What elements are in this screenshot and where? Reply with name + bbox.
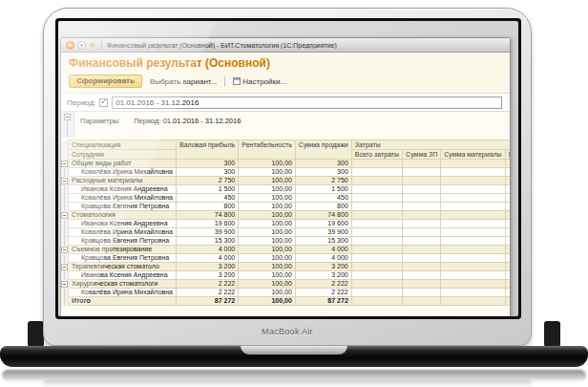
row-tree-cell[interactable] [61, 194, 69, 203]
row-tree-cell[interactable] [61, 185, 69, 194]
row-profitability-cell: 100,00 [239, 263, 296, 271]
settings-label: Настройки... [242, 77, 286, 86]
row-tree-cell[interactable] [61, 237, 69, 246]
row-tree-cell[interactable] [61, 280, 69, 289]
row-sales-sum-cell: 1 500 [295, 185, 351, 194]
table-row[interactable]: Иванова Ксения Андреевна 19 600 100,00 1… [61, 220, 510, 228]
laptop-mockup: ▾ ★ Финансовый результат (Основной) - БИ… [0, 0, 588, 387]
row-tree-cell[interactable] [61, 211, 69, 220]
row-tree-cell[interactable] [61, 177, 69, 185]
period-input[interactable] [112, 97, 502, 109]
row-profitability-cell: 100,00 [239, 211, 296, 220]
col-other-costs: Прочие затраты [505, 150, 510, 160]
settings-button[interactable]: Настройки... [231, 76, 288, 87]
row-profitability-cell: 100,00 [239, 228, 296, 237]
row-tree-cell[interactable] [61, 228, 69, 237]
table-row[interactable]: Кравцова Евгения Петровна 800 100,00 800 [61, 203, 510, 211]
period-checkbox[interactable] [99, 98, 108, 107]
favorites-star-icon[interactable]: ★ [89, 41, 96, 50]
table-row[interactable]: Ковалёва Ирина Михайловна 450 100,00 450 [61, 194, 510, 203]
row-salary-sum-cell [403, 280, 441, 289]
row-gross-profit-cell: 15 300 [177, 237, 239, 246]
table-row[interactable]: Иванова Ксения Андреевна 1 500 100,00 1 … [61, 185, 510, 194]
col-employee: Сотрудник [69, 150, 177, 160]
row-materials-sum-cell [441, 160, 505, 168]
row-tree-cell[interactable] [61, 289, 69, 297]
row-tree-cell[interactable] [61, 271, 69, 280]
row-tree-cell[interactable] [61, 254, 69, 263]
table-row[interactable]: Терапевтическая стоматоло 3 200 100,00 3… [61, 263, 510, 271]
period-row: Период: [61, 93, 510, 112]
row-other-costs-cell [505, 185, 510, 194]
settings-icon [233, 77, 241, 85]
collapse-group-icon[interactable] [61, 178, 68, 184]
table-row[interactable]: Кравцова Евгения Петровна 15 300 100,00 … [61, 237, 510, 246]
main-menu-icon[interactable] [66, 41, 74, 50]
table-row[interactable]: Съемное протезирование 4 000 100,00 4 00… [61, 246, 510, 254]
params-label: Параметры: [80, 117, 120, 125]
row-profitability-cell: 100,00 [239, 177, 296, 185]
table-row[interactable]: Иванова Ксения Андреевна 3 200 100,00 3 … [61, 271, 510, 280]
row-materials-sum-cell [441, 194, 505, 203]
row-costs-total-cell [351, 289, 402, 297]
row-sales-sum-cell: 3 200 [295, 271, 351, 280]
row-tree-cell[interactable] [61, 246, 69, 254]
table-row[interactable]: Ковалёва Ирина Михайловна 2 222 100,00 2… [61, 289, 510, 297]
window-title: Финансовый результат (Основной) - БИТ.Ст… [107, 42, 337, 49]
row-salary-sum-cell [403, 211, 441, 220]
table-row[interactable]: Хирургическая стоматологи 2 222 100,00 2… [61, 280, 510, 289]
row-other-costs-cell [505, 168, 510, 177]
row-tree-cell[interactable] [61, 297, 69, 306]
table-row[interactable]: Расходные материалы 2 750 100,00 2 750 [61, 177, 510, 185]
row-gross-profit-cell: 74 800 [177, 211, 239, 220]
period-label: Период: [67, 98, 95, 107]
row-materials-sum-cell [441, 280, 505, 289]
collapse-group-icon[interactable] [61, 247, 68, 253]
row-tree-cell[interactable] [61, 220, 69, 228]
row-tree-cell[interactable] [61, 203, 69, 211]
row-tree-cell[interactable] [61, 263, 69, 271]
collapse-group-icon[interactable] [61, 281, 68, 288]
row-tree-cell[interactable] [61, 168, 69, 177]
collapse-report-icon[interactable] [64, 114, 71, 120]
table-row[interactable]: Общие виды работ 300 100,00 300 [61, 160, 510, 168]
row-sales-sum-cell: 300 [295, 168, 351, 177]
row-name-cell: Иванова Ксения Андреевна [69, 185, 177, 194]
row-salary-sum-cell [403, 168, 441, 177]
row-sales-sum-cell: 15 300 [295, 237, 351, 246]
row-other-costs-cell [505, 271, 510, 280]
window-titlebar: ▾ ★ Финансовый результат (Основной) - БИ… [61, 38, 510, 53]
row-other-costs-cell [505, 160, 510, 168]
dropdown-arrow-icon[interactable]: ▾ [77, 41, 86, 50]
row-materials-sum-cell [441, 297, 505, 306]
choose-variant-button[interactable]: Выбрать вариант... [148, 76, 219, 87]
form-header: Финансовый результат (Основной) Сформиро… [61, 53, 510, 93]
row-other-costs-cell [505, 246, 510, 254]
table-row[interactable]: Ковалёва Ирина Михайловна 300 100,00 300 [61, 168, 510, 177]
table-row[interactable]: Ковалёва Ирина Михайловна 39 900 100,00 … [61, 228, 510, 237]
row-tree-cell[interactable] [61, 160, 69, 168]
collapse-group-icon[interactable] [61, 212, 68, 219]
row-name-cell: Расходные материалы [69, 177, 177, 185]
row-salary-sum-cell [403, 160, 441, 168]
row-name-cell: Ковалёва Ирина Михайловна [69, 168, 177, 177]
row-profitability-cell: 100,00 [239, 280, 296, 289]
table-row[interactable]: Итого 87 272 100,00 87 272 [61, 297, 510, 306]
row-costs-total-cell [351, 177, 402, 185]
row-materials-sum-cell [441, 228, 505, 237]
collapse-group-icon[interactable] [61, 264, 68, 270]
row-materials-sum-cell [441, 289, 505, 297]
generate-button[interactable]: Сформировать [69, 75, 142, 88]
col-salary-sum: Сумма ЗП [403, 150, 441, 160]
col-gross-profit: Валовая прибыль [177, 140, 239, 160]
row-materials-sum-cell [441, 203, 505, 211]
report-area: Параметры: Период: 01.01.2016 - 31.12.20… [61, 112, 510, 316]
row-gross-profit-cell: 800 [177, 203, 239, 211]
table-row[interactable]: Стоматология 74 800 100,00 74 800 [61, 211, 510, 220]
row-sales-sum-cell: 800 [295, 203, 351, 211]
row-name-cell: Съемное протезирование [69, 246, 177, 254]
table-row[interactable]: Кравцова Евгения Петровна 4 000 100,00 4… [61, 254, 510, 263]
row-salary-sum-cell [403, 246, 441, 254]
collapse-group-icon[interactable] [61, 161, 68, 167]
row-other-costs-cell [505, 220, 510, 228]
